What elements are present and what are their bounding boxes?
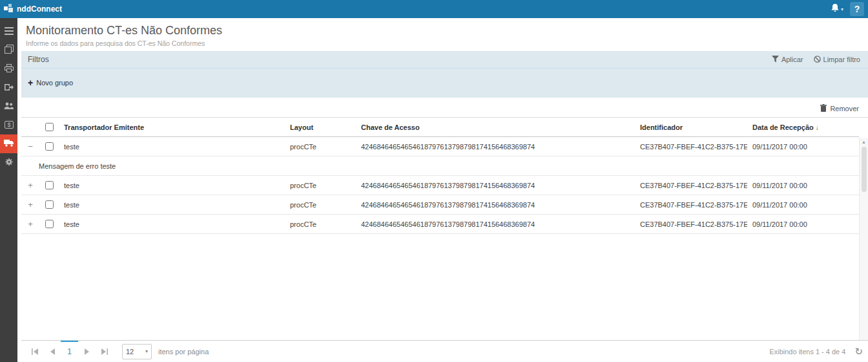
new-group-label: Novo grupo <box>36 79 73 87</box>
page-size-select[interactable]: 12 ▾ <box>122 344 152 359</box>
filters-title: Filtros <box>28 55 49 64</box>
grid-toolbar: Remover <box>17 98 868 117</box>
cell-identificador: CE37B407-FBEF-41C2-B375-17E71DFDC92F <box>635 220 747 228</box>
column-header-transportador[interactable]: Transportador Emitente <box>59 123 285 131</box>
copy-icon <box>5 45 14 56</box>
prev-page-button[interactable] <box>43 343 61 360</box>
expand-row-button[interactable]: + <box>25 180 36 190</box>
expand-row-button[interactable]: + <box>25 219 36 229</box>
brand: nddConnect <box>4 3 62 16</box>
help-button[interactable]: ? <box>850 2 864 16</box>
cell-layout: procCTe <box>285 201 356 209</box>
cell-chave: 4246846465465461879761379879817415646836… <box>356 182 635 189</box>
cell-transportador: teste <box>59 182 285 189</box>
row-checkbox[interactable] <box>45 142 54 151</box>
first-page-button[interactable] <box>26 343 43 360</box>
cell-identificador: CE37B407-FBEF-41C2-B375-17E71DFDC92F <box>635 201 747 209</box>
select-all-cell <box>39 123 59 131</box>
row-checkbox[interactable] <box>45 181 54 189</box>
row-checkbox[interactable] <box>45 200 54 209</box>
cell-identificador: CE37B407-FBEF-41C2-B375-17E71DFDC92F <box>635 143 747 151</box>
clear-filter-label: Limpar filtro <box>823 56 860 63</box>
refresh-icon[interactable]: ↻ <box>854 346 863 357</box>
cell-data-recepcao: 09/11/2017 00:00 <box>747 201 859 209</box>
cell-data-recepcao: 09/11/2017 00:00 <box>747 182 859 189</box>
sidebar-item-documents[interactable] <box>0 41 17 59</box>
column-header-chave[interactable]: Chave de Acesso <box>356 123 635 131</box>
sidebar-item-billing[interactable]: $ <box>0 116 17 134</box>
column-header-layout[interactable]: Layout <box>285 123 356 131</box>
column-header-data-recepcao[interactable]: Data de Recepção↓ <box>747 123 859 131</box>
cell-layout: procCTe <box>285 220 356 228</box>
cell-layout: procCTe <box>285 182 356 189</box>
main-content: Monitoramento CT-es Não Conformes Inform… <box>17 18 868 362</box>
sidebar-item-users[interactable] <box>0 97 17 116</box>
remove-button[interactable]: Remover <box>820 104 859 113</box>
svg-text:$: $ <box>7 122 10 128</box>
table-header-row: Transportador Emitente Layout Chave de A… <box>21 118 859 137</box>
billing-icon: $ <box>5 120 14 131</box>
scrollbar-thumb[interactable] <box>862 147 867 192</box>
new-group-button[interactable]: + Novo grupo <box>28 79 73 87</box>
plus-icon: + <box>28 80 33 86</box>
cell-chave: 4246846465465461879761379879817415646836… <box>356 201 635 209</box>
page-number: 1 <box>67 347 72 356</box>
trash-icon <box>820 104 827 113</box>
truck-icon <box>4 138 14 150</box>
notifications-button[interactable]: ▾ <box>831 3 843 15</box>
cell-transportador: teste <box>59 220 285 228</box>
table-row: + teste procCTe 424684646546546187976137… <box>21 195 859 215</box>
cell-chave: 4246846465465461879761379879817415646836… <box>356 143 635 151</box>
next-page-button[interactable] <box>78 343 96 360</box>
chevron-down-icon: ▾ <box>841 6 843 12</box>
table-row: + teste procCTe 424684646546546187976137… <box>21 215 859 234</box>
apply-filter-label: Aplicar <box>781 56 803 63</box>
scroll-up-icon[interactable]: ▲ <box>860 138 868 144</box>
table-row: − teste procCTe 424684646546546187976137… <box>21 137 859 156</box>
menu-icon <box>5 26 14 37</box>
settings-icon <box>5 157 14 169</box>
vertical-scrollbar[interactable]: ▲ <box>859 138 868 340</box>
page-size-value: 12 <box>126 348 134 356</box>
table-row: + teste procCTe 424684646546546187976137… <box>21 176 859 195</box>
row-checkbox[interactable] <box>45 220 54 228</box>
current-page-indicator <box>61 341 78 342</box>
users-icon <box>4 101 14 112</box>
sidebar-item-menu[interactable] <box>0 22 17 41</box>
bell-icon <box>831 3 839 15</box>
select-all-checkbox[interactable] <box>45 123 54 131</box>
items-per-page-label: itens por página <box>158 348 209 356</box>
cell-layout: procCTe <box>285 143 356 151</box>
sidebar-item-export[interactable] <box>0 78 17 97</box>
remove-label: Remover <box>830 105 859 112</box>
page-header: Monitoramento CT-es Não Conformes Inform… <box>17 18 868 51</box>
cell-identificador: CE37B407-FBEF-41C2-B375-17E71DFDC92F <box>635 182 747 189</box>
last-page-button[interactable] <box>96 343 113 360</box>
expand-row-button[interactable]: + <box>25 200 36 209</box>
topbar: nddConnect ▾ ? <box>0 0 868 18</box>
page-subtitle: Informe os dados para pesquisa dos CT-es… <box>26 39 868 47</box>
apply-filter-button[interactable]: Aplicar <box>772 56 803 64</box>
cell-data-recepcao: 09/11/2017 00:00 <box>747 220 859 228</box>
page-number-button[interactable]: 1 <box>61 343 78 360</box>
sidebar-item-settings[interactable] <box>0 153 17 172</box>
row-detail-message: Mensagem de erro teste <box>21 156 859 176</box>
page-title: Monitoramento CT-es Não Conformes <box>26 24 868 37</box>
filters-panel: Filtros Aplicar Limpar filtro + <box>21 51 868 98</box>
column-header-identificador[interactable]: Identificador <box>635 123 747 131</box>
column-header-data-label: Data de Recepção <box>752 123 814 131</box>
sidebar-item-printer[interactable] <box>0 59 17 78</box>
brand-name: nddConnect <box>17 5 62 14</box>
sidebar-item-monitoring-active[interactable] <box>0 134 17 153</box>
cell-transportador: teste <box>59 143 285 151</box>
chevron-down-icon: ▾ <box>145 348 148 354</box>
ndd-logo-icon <box>4 3 14 16</box>
funnel-icon <box>772 56 779 64</box>
clear-filter-button[interactable]: Limpar filtro <box>814 56 860 64</box>
cell-chave: 4246846465465461879761379879817415646836… <box>356 220 635 228</box>
cancel-circle-icon <box>814 56 821 64</box>
cell-data-recepcao: 09/11/2017 00:00 <box>747 143 859 151</box>
collapse-row-button[interactable]: − <box>25 142 36 151</box>
pager: 1 12 ▾ itens por página Exibindo itens 1… <box>21 340 868 362</box>
printer-icon <box>5 63 14 75</box>
